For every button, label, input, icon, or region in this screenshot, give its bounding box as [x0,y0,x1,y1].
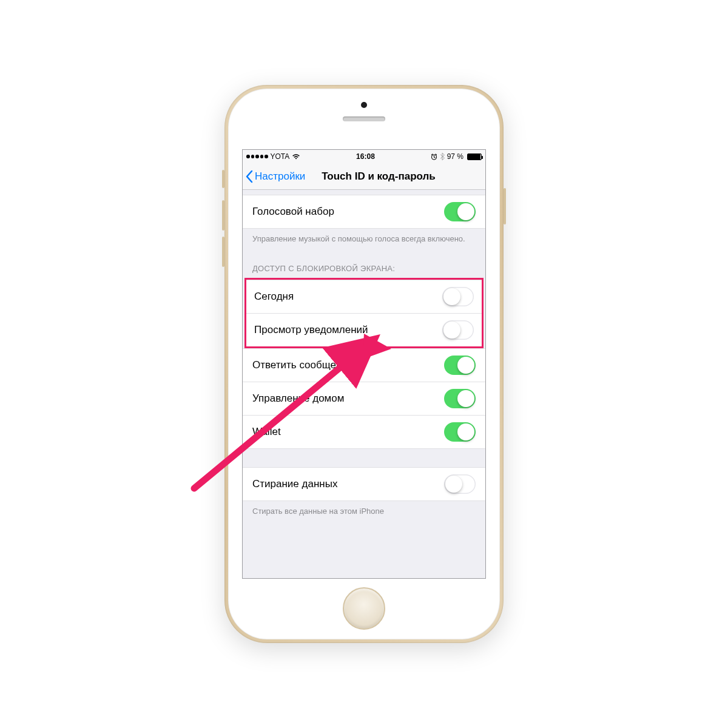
voice-dial-label: Голосовой набор [252,206,334,218]
home-control-label: Управление домом [252,393,344,405]
home-control-row: Управление домом [243,382,485,416]
lock-access-header: ДОСТУП С БЛОКИРОВКОЙ ЭКРАНА: [243,252,485,278]
volume-up-button [222,200,224,231]
screen: YOTA 16:08 97 % [242,149,486,579]
chevron-left-icon [245,170,253,183]
clock-label: 16:08 [356,152,375,161]
wallet-row: Wallet [243,416,485,449]
front-camera [361,102,367,108]
erase-data-row: Стирание данных [243,467,485,501]
carrier-label: YOTA [271,152,290,161]
notifications-view-label: Просмотр уведомлений [254,324,368,336]
status-bar: YOTA 16:08 97 % [243,150,485,163]
reply-message-toggle[interactable] [444,356,476,375]
voice-dial-row: Голосовой набор [243,195,485,229]
wallet-label: Wallet [252,426,281,438]
reply-message-label: Ответить сообщением [252,359,360,371]
notifications-view-row: Просмотр уведомлений [246,314,482,346]
bluetooth-icon [440,153,445,160]
earpiece-speaker [343,116,385,121]
signal-strength-icon [246,155,268,158]
phone-frame: YOTA 16:08 97 % [224,85,504,643]
reply-message-row: Ответить сообщением [243,348,485,382]
home-button[interactable] [343,587,385,630]
back-label: Настройки [255,170,305,183]
voice-dial-toggle[interactable] [444,202,476,221]
today-row: Сегодня [246,280,482,314]
erase-data-toggle[interactable] [444,474,476,494]
settings-list[interactable]: Голосовой набор Управление музыкой с пом… [243,190,485,578]
wifi-icon [292,153,300,160]
alarm-icon [431,153,437,160]
battery-icon [467,153,482,160]
erase-data-label: Стирание данных [252,478,337,490]
highlight-annotation: Сегодня Просмотр уведомлений [244,278,484,348]
voice-dial-footer: Управление музыкой с помощью голоса всег… [243,229,485,252]
battery-percent-label: 97 % [447,152,463,161]
power-button [504,188,506,224]
today-toggle[interactable] [442,287,474,306]
navigation-bar: Настройки Touch ID и код-пароль [243,163,485,190]
back-button[interactable]: Настройки [243,170,305,183]
mute-switch [222,170,224,188]
wallet-toggle[interactable] [444,422,476,442]
erase-data-footer: Стирать все данные на этом iPhone [243,501,485,519]
home-control-toggle[interactable] [444,389,476,408]
today-label: Сегодня [254,291,294,303]
notifications-view-toggle[interactable] [442,320,474,340]
volume-down-button [222,237,224,267]
